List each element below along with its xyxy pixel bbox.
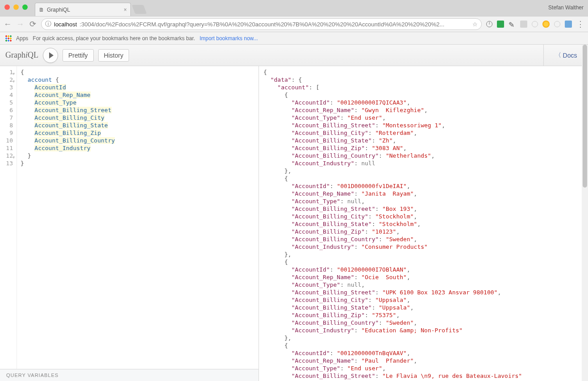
address-bar-row: ← → ⟳ ⓘ localhost:3004/doc/%2Fdocs%2FCRM…	[0, 16, 588, 32]
query-code[interactable]: { account { AccountId Account_Rep_Name A…	[17, 66, 118, 369]
page-icon: 🗎	[39, 7, 44, 13]
import-bookmarks-link[interactable]: Import bookmarks now...	[200, 35, 258, 42]
extension-icon-2[interactable]	[497, 21, 504, 28]
query-variables-header[interactable]: QUERY VARIABLES	[0, 369, 259, 381]
url-path: :3004/doc/%2Fdocs%2FCRM.qvf/graphql?quer…	[79, 21, 444, 28]
back-button[interactable]: ←	[4, 20, 12, 29]
query-pane: 1▼2▼3456789101112▼13 { account { Account…	[0, 66, 259, 381]
bookmarks-bar: Apps For quick access, place your bookma…	[0, 32, 588, 45]
prettify-button[interactable]: Prettify	[63, 49, 94, 62]
chrome-menu-icon[interactable]: ⋮	[576, 19, 584, 29]
extension-icons: i ✎ ⋮	[486, 19, 584, 29]
apps-icon[interactable]	[5, 35, 12, 42]
query-editor[interactable]: 1▼2▼3456789101112▼13 { account { Account…	[0, 66, 259, 369]
address-bar[interactable]: ⓘ localhost:3004/doc/%2Fdocs%2FCRM.qvf/g…	[41, 18, 482, 30]
url-host: localhost	[54, 21, 77, 28]
browser-tab[interactable]: 🗎 GraphiQL ×	[35, 3, 131, 16]
graphiql-body: 1▼2▼3456789101112▼13 { account { Account…	[0, 66, 588, 381]
close-tab-icon[interactable]: ×	[124, 7, 127, 13]
extension-icon-evernote[interactable]: ✎	[509, 21, 516, 28]
maximize-window-icon[interactable]	[22, 4, 28, 10]
docs-label: Docs	[563, 52, 577, 59]
browser-tab-strip: 🗎 GraphiQL × Stefan Walther	[0, 0, 588, 16]
extension-icon-5[interactable]	[532, 21, 538, 27]
graphiql-app: GraphiQL Prettify History 〈 Docs 1▼2▼345…	[0, 45, 588, 381]
graphiql-logo: GraphiQL	[5, 50, 38, 60]
logo-text-post: QL	[28, 50, 38, 59]
tab-title: GraphiQL	[47, 7, 70, 13]
reload-button[interactable]: ⟳	[29, 19, 37, 29]
profile-name[interactable]: Stefan Walther	[548, 4, 584, 11]
line-gutter: 1▼2▼3456789101112▼13	[0, 66, 17, 369]
logo-text-pre: Graph	[5, 50, 25, 59]
forward-button: →	[16, 20, 24, 29]
new-tab-button[interactable]	[132, 5, 146, 14]
extension-icon-4[interactable]	[520, 21, 527, 28]
history-button[interactable]: History	[98, 49, 129, 62]
extension-icon-1[interactable]: i	[486, 21, 492, 27]
apps-label[interactable]: Apps	[16, 35, 28, 42]
docs-button[interactable]: 〈 Docs	[543, 45, 588, 66]
scrollbar-thumb[interactable]	[583, 45, 587, 188]
page-scrollbar[interactable]	[582, 45, 588, 381]
window-controls	[4, 4, 28, 10]
execute-button[interactable]	[43, 48, 58, 63]
graphiql-toolbar: GraphiQL Prettify History 〈 Docs	[0, 45, 588, 66]
close-window-icon[interactable]	[4, 4, 10, 10]
chevron-left-icon: 〈	[555, 51, 561, 59]
extension-icon-7[interactable]	[554, 21, 560, 27]
extension-icon-6[interactable]	[542, 21, 550, 28]
minimize-window-icon[interactable]	[13, 4, 19, 10]
result-pane[interactable]: { "data": { "account": [ { "AccountId": …	[259, 66, 588, 381]
bookmark-star-icon[interactable]: ☆	[472, 21, 478, 28]
extension-icon-8[interactable]	[565, 21, 572, 28]
bookmarks-hint: For quick access, place your bookmarks h…	[33, 35, 195, 42]
play-icon	[49, 52, 54, 59]
site-info-icon[interactable]: ⓘ	[45, 20, 51, 28]
